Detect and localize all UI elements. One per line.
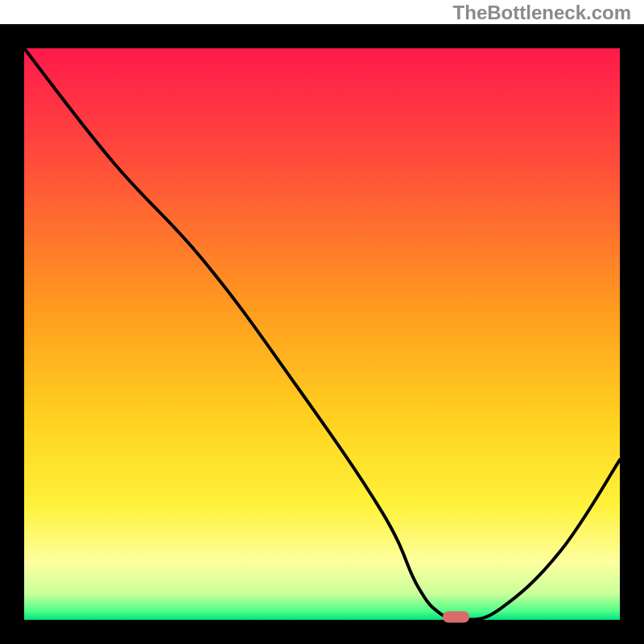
watermark-text: TheBottleneck.com: [453, 2, 631, 24]
chart-container: TheBottleneck.com: [0, 0, 644, 644]
bottleneck-chart: [0, 24, 644, 644]
chart-background: [24, 48, 620, 620]
optimal-marker: [443, 611, 469, 622]
